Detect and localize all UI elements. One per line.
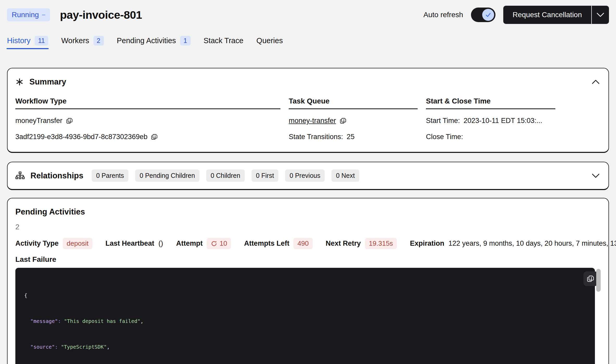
tab-label: Queries [256, 36, 283, 45]
auto-refresh-label: Auto refresh [423, 11, 463, 19]
tab-pending-activities[interactable]: Pending Activities 1 [117, 36, 191, 49]
last-heartbeat-value: () [158, 239, 163, 248]
attempts-left-label: Attempts Left [244, 239, 289, 248]
previous-badge: 0 Previous [285, 170, 325, 182]
summary-columns: Workflow Type moneyTransfer 3adf2199-e3d… [15, 97, 601, 141]
last-failure-code-wrap: { "message": "This deposit has failed", … [15, 268, 595, 364]
copy-button[interactable] [340, 117, 347, 124]
tab-label: Workers [61, 36, 89, 45]
last-heartbeat-label: Last Heartbeat [105, 239, 154, 248]
auto-refresh-toggle[interactable] [471, 8, 495, 22]
expiration-label: Expiration [410, 239, 444, 248]
summary-title: Summary [29, 77, 66, 87]
summary-collapse-button[interactable] [591, 79, 601, 85]
relationships-card[interactable]: Relationships 0 Parents 0 Pending Childr… [7, 162, 609, 190]
retry-icon [211, 240, 217, 247]
tab-count-badge: 1 [180, 36, 191, 46]
tab-workers[interactable]: Workers 2 [61, 36, 104, 49]
status-indicator-icon [42, 15, 45, 15]
chevron-down-icon [596, 12, 604, 17]
cancellation-options-button[interactable] [592, 6, 609, 24]
copy-icon [66, 117, 73, 124]
activity-summary-row: Activity Type deposit Last Heartbeat () … [15, 238, 601, 249]
header-actions: Auto refresh Request Cancellation [423, 6, 609, 24]
attempt-badge: 10 [207, 238, 231, 249]
page-header: Running pay-invoice-801 Auto refresh Req… [7, 0, 609, 24]
last-failure-label: Last Failure [15, 255, 601, 264]
activity-type-label: Activity Type [15, 239, 59, 248]
time-column: Start & Close Time Start Time: 2023-10-1… [426, 97, 555, 141]
summary-card: Summary Workflow Type moneyTransfer 3adf… [7, 68, 609, 153]
asterisk-icon [15, 78, 24, 86]
tab-label: History [7, 36, 30, 45]
next-retry-badge: 19.315s [365, 238, 397, 249]
expiration-field: Expiration 122 years, 9 months, 10 days,… [410, 239, 616, 248]
chevron-down-icon [592, 173, 600, 178]
relationships-title: Relationships [30, 171, 83, 180]
start-time-value: 2023-10-11 EDT 15:03:... [464, 117, 542, 125]
pending-children-badge: 0 Pending Children [135, 170, 199, 182]
page-title: pay-invoice-801 [60, 9, 142, 21]
tab-stack-trace[interactable]: Stack Trace [204, 36, 243, 49]
last-heartbeat-field: Last Heartbeat () [105, 239, 163, 248]
expiration-value: 122 years, 9 months, 10 days, 20 hours, … [448, 239, 616, 248]
activity-type-badge: deposit [63, 238, 92, 249]
checkmark-icon [485, 11, 492, 18]
task-queue-header: Task Queue [289, 97, 418, 109]
activity-type-field: Activity Type deposit [15, 238, 92, 249]
tab-count-badge: 11 [35, 36, 48, 46]
tab-queries[interactable]: Queries [256, 36, 283, 49]
toggle-knob [482, 9, 494, 21]
code-copy-button[interactable] [583, 271, 598, 286]
state-transitions-value: 25 [347, 133, 355, 141]
pending-activities-count: 2 [15, 223, 601, 231]
attempt-label: Attempt [176, 239, 203, 248]
request-cancellation-group: Request Cancellation [503, 6, 609, 24]
relationships-expand-button[interactable] [591, 172, 601, 179]
copy-icon [587, 275, 595, 283]
first-badge: 0 First [252, 170, 278, 182]
code-line-source: "source": "TypeScriptSDK", [24, 343, 595, 351]
summary-header: Summary [15, 77, 601, 87]
copy-button[interactable] [66, 117, 73, 124]
attempts-left-field: Attempts Left 490 [244, 238, 312, 249]
pending-activities-card: Pending Activities 2 Activity Type depos… [7, 198, 609, 364]
last-failure-code-block[interactable]: { "message": "This deposit has failed", … [15, 268, 595, 364]
start-time-label: Start Time: [426, 117, 460, 125]
tab-label: Stack Trace [204, 36, 243, 45]
tab-label: Pending Activities [117, 36, 176, 45]
status-label: Running [12, 11, 39, 19]
workflow-type-column: Workflow Type moneyTransfer 3adf2199-e3d… [15, 97, 280, 141]
vertical-scrollbar[interactable] [596, 269, 601, 320]
attempt-field: Attempt 10 [176, 238, 231, 249]
workflow-type-header: Workflow Type [15, 97, 280, 109]
time-header: Start & Close Time [426, 97, 555, 109]
children-badge: 0 Children [206, 170, 245, 182]
workflow-detail-page: Running pay-invoice-801 Auto refresh Req… [0, 0, 616, 364]
org-chart-icon [15, 171, 25, 180]
next-retry-field: Next Retry 19.315s [326, 238, 397, 249]
close-time-label: Close Time: [426, 133, 463, 141]
workflow-type-value: moneyTransfer [15, 117, 62, 125]
next-retry-label: Next Retry [326, 239, 361, 248]
task-queue-link[interactable]: money-transfer [289, 117, 336, 125]
copy-icon [151, 133, 158, 140]
tab-count-badge: 2 [93, 36, 104, 46]
tab-bar: History 11 Workers 2 Pending Activities … [7, 36, 609, 49]
next-badge: 0 Next [331, 170, 359, 182]
request-cancellation-label: Request Cancellation [513, 11, 582, 19]
copy-icon [340, 117, 347, 124]
tab-history[interactable]: History 11 [7, 36, 48, 49]
pending-activities-title: Pending Activities [15, 207, 601, 217]
code-line-message: "message": "This deposit has failed", [24, 317, 595, 326]
task-queue-column: Task Queue money-transfer State Transiti… [289, 97, 418, 141]
request-cancellation-button[interactable]: Request Cancellation [503, 6, 591, 24]
code-open-brace: { [24, 292, 27, 298]
attempt-value: 10 [219, 239, 227, 248]
vertical-scrollbar-thumb[interactable] [596, 269, 601, 292]
status-badge: Running [7, 8, 50, 21]
attempts-left-badge: 490 [293, 238, 312, 249]
state-transitions-label: State Transitions: [289, 133, 343, 141]
copy-button[interactable] [151, 133, 158, 140]
relationship-badges: 0 Parents 0 Pending Children 0 Children … [92, 170, 359, 182]
